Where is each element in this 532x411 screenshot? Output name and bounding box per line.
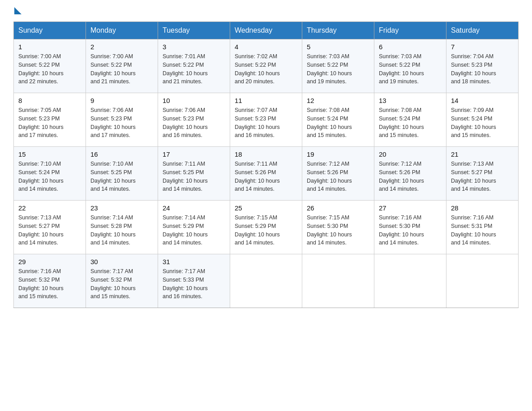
day-info: Sunrise: 7:06 AMSunset: 5:23 PMDaylight:… — [163, 107, 208, 138]
day-number: 5 — [307, 43, 369, 51]
day-number: 9 — [90, 97, 153, 104]
day-info: Sunrise: 7:16 AMSunset: 5:32 PMDaylight:… — [18, 268, 64, 300]
day-number: 29 — [18, 258, 81, 265]
day-number: 25 — [235, 204, 297, 212]
day-info: Sunrise: 7:00 AMSunset: 5:22 PMDaylight:… — [90, 53, 136, 85]
day-info: Sunrise: 7:11 AMSunset: 5:25 PMDaylight:… — [163, 161, 208, 192]
calendar-cell: 15 Sunrise: 7:10 AMSunset: 5:24 PMDaylig… — [14, 147, 86, 201]
logo — [13, 9, 21, 13]
day-number: 3 — [163, 43, 225, 51]
calendar-table: SundayMondayTuesdayWednesdayThursdayFrid… — [13, 21, 519, 308]
day-number: 10 — [163, 97, 225, 104]
day-number: 13 — [379, 97, 442, 104]
calendar-cell: 21 Sunrise: 7:13 AMSunset: 5:27 PMDaylig… — [446, 147, 519, 201]
day-info: Sunrise: 7:17 AMSunset: 5:33 PMDaylight:… — [163, 268, 208, 300]
day-number: 30 — [90, 258, 153, 265]
calendar-cell: 9 Sunrise: 7:06 AMSunset: 5:23 PMDayligh… — [86, 93, 158, 147]
calendar-cell: 27 Sunrise: 7:16 AMSunset: 5:30 PMDaylig… — [374, 201, 446, 254]
day-number: 12 — [307, 97, 369, 104]
day-number: 24 — [163, 204, 225, 212]
day-info: Sunrise: 7:08 AMSunset: 5:24 PMDaylight:… — [307, 107, 352, 138]
day-number: 28 — [451, 204, 514, 212]
day-info: Sunrise: 7:00 AMSunset: 5:22 PMDaylight:… — [18, 53, 64, 85]
calendar-cell: 20 Sunrise: 7:12 AMSunset: 5:26 PMDaylig… — [374, 147, 446, 201]
calendar-week-row: 22 Sunrise: 7:13 AMSunset: 5:27 PMDaylig… — [14, 201, 519, 254]
calendar-cell: 23 Sunrise: 7:14 AMSunset: 5:28 PMDaylig… — [86, 201, 158, 254]
day-number: 6 — [379, 43, 442, 51]
day-number: 23 — [90, 204, 153, 212]
calendar-cell: 12 Sunrise: 7:08 AMSunset: 5:24 PMDaylig… — [302, 93, 374, 147]
calendar-header-friday: Friday — [374, 22, 446, 39]
day-number: 4 — [235, 43, 297, 51]
calendar-cell: 4 Sunrise: 7:02 AMSunset: 5:22 PMDayligh… — [230, 39, 302, 93]
calendar-cell: 6 Sunrise: 7:03 AMSunset: 5:22 PMDayligh… — [374, 39, 446, 93]
calendar-cell — [230, 254, 302, 308]
day-info: Sunrise: 7:15 AMSunset: 5:30 PMDaylight:… — [307, 214, 352, 246]
day-info: Sunrise: 7:14 AMSunset: 5:29 PMDaylight:… — [163, 214, 208, 246]
day-number: 20 — [379, 150, 442, 158]
day-number: 22 — [18, 204, 81, 212]
day-info: Sunrise: 7:16 AMSunset: 5:30 PMDaylight:… — [379, 214, 424, 246]
day-info: Sunrise: 7:03 AMSunset: 5:22 PMDaylight:… — [379, 53, 424, 85]
calendar-header-saturday: Saturday — [446, 22, 519, 39]
day-info: Sunrise: 7:03 AMSunset: 5:22 PMDaylight:… — [307, 53, 352, 85]
logo-triangle-icon — [14, 7, 21, 14]
day-number: 17 — [163, 150, 225, 158]
calendar-header-sunday: Sunday — [14, 22, 86, 39]
calendar-cell: 5 Sunrise: 7:03 AMSunset: 5:22 PMDayligh… — [302, 39, 374, 93]
calendar-cell: 24 Sunrise: 7:14 AMSunset: 5:29 PMDaylig… — [158, 201, 230, 254]
calendar-cell — [302, 254, 374, 308]
day-info: Sunrise: 7:04 AMSunset: 5:23 PMDaylight:… — [451, 53, 496, 85]
calendar-cell: 30 Sunrise: 7:17 AMSunset: 5:32 PMDaylig… — [86, 254, 158, 308]
header — [13, 9, 519, 13]
day-info: Sunrise: 7:08 AMSunset: 5:24 PMDaylight:… — [379, 107, 424, 138]
calendar-cell: 1 Sunrise: 7:00 AMSunset: 5:22 PMDayligh… — [14, 39, 86, 93]
calendar-cell: 8 Sunrise: 7:05 AMSunset: 5:23 PMDayligh… — [14, 93, 86, 147]
day-number: 2 — [90, 43, 153, 51]
day-info: Sunrise: 7:16 AMSunset: 5:31 PMDaylight:… — [451, 214, 496, 246]
day-info: Sunrise: 7:12 AMSunset: 5:26 PMDaylight:… — [307, 161, 352, 192]
day-number: 8 — [18, 97, 81, 104]
day-info: Sunrise: 7:05 AMSunset: 5:23 PMDaylight:… — [18, 107, 64, 138]
calendar-cell: 22 Sunrise: 7:13 AMSunset: 5:27 PMDaylig… — [14, 201, 86, 254]
calendar-cell: 18 Sunrise: 7:11 AMSunset: 5:26 PMDaylig… — [230, 147, 302, 201]
day-info: Sunrise: 7:01 AMSunset: 5:22 PMDaylight:… — [163, 53, 208, 85]
calendar-cell: 11 Sunrise: 7:07 AMSunset: 5:23 PMDaylig… — [230, 93, 302, 147]
calendar-header-tuesday: Tuesday — [158, 22, 230, 39]
calendar-cell: 31 Sunrise: 7:17 AMSunset: 5:33 PMDaylig… — [158, 254, 230, 308]
day-number: 27 — [379, 204, 442, 212]
calendar-cell: 17 Sunrise: 7:11 AMSunset: 5:25 PMDaylig… — [158, 147, 230, 201]
calendar-cell: 25 Sunrise: 7:15 AMSunset: 5:29 PMDaylig… — [230, 201, 302, 254]
day-number: 16 — [90, 150, 153, 158]
day-info: Sunrise: 7:17 AMSunset: 5:32 PMDaylight:… — [90, 268, 136, 300]
calendar-cell: 26 Sunrise: 7:15 AMSunset: 5:30 PMDaylig… — [302, 201, 374, 254]
calendar-header-wednesday: Wednesday — [230, 22, 302, 39]
calendar-week-row: 29 Sunrise: 7:16 AMSunset: 5:32 PMDaylig… — [14, 254, 519, 308]
calendar-cell: 10 Sunrise: 7:06 AMSunset: 5:23 PMDaylig… — [158, 93, 230, 147]
day-info: Sunrise: 7:02 AMSunset: 5:22 PMDaylight:… — [235, 53, 280, 85]
day-info: Sunrise: 7:10 AMSunset: 5:24 PMDaylight:… — [18, 161, 64, 192]
day-number: 15 — [18, 150, 81, 158]
day-info: Sunrise: 7:13 AMSunset: 5:27 PMDaylight:… — [18, 214, 64, 246]
calendar-week-row: 15 Sunrise: 7:10 AMSunset: 5:24 PMDaylig… — [14, 147, 519, 201]
day-number: 19 — [307, 150, 369, 158]
day-info: Sunrise: 7:13 AMSunset: 5:27 PMDaylight:… — [451, 161, 496, 192]
day-number: 11 — [235, 97, 297, 104]
day-number: 21 — [451, 150, 514, 158]
day-info: Sunrise: 7:15 AMSunset: 5:29 PMDaylight:… — [235, 214, 280, 246]
calendar-week-row: 8 Sunrise: 7:05 AMSunset: 5:23 PMDayligh… — [14, 93, 519, 147]
day-info: Sunrise: 7:07 AMSunset: 5:23 PMDaylight:… — [235, 107, 280, 138]
calendar-week-row: 1 Sunrise: 7:00 AMSunset: 5:22 PMDayligh… — [14, 39, 519, 93]
calendar-cell: 19 Sunrise: 7:12 AMSunset: 5:26 PMDaylig… — [302, 147, 374, 201]
day-info: Sunrise: 7:06 AMSunset: 5:23 PMDaylight:… — [90, 107, 136, 138]
calendar-cell: 29 Sunrise: 7:16 AMSunset: 5:32 PMDaylig… — [14, 254, 86, 308]
calendar-header-thursday: Thursday — [302, 22, 374, 39]
day-info: Sunrise: 7:09 AMSunset: 5:24 PMDaylight:… — [451, 107, 496, 138]
calendar-header-row: SundayMondayTuesdayWednesdayThursdayFrid… — [14, 22, 519, 39]
day-info: Sunrise: 7:11 AMSunset: 5:26 PMDaylight:… — [235, 161, 280, 192]
day-info: Sunrise: 7:10 AMSunset: 5:25 PMDaylight:… — [90, 161, 136, 192]
calendar-cell — [374, 254, 446, 308]
calendar-cell: 28 Sunrise: 7:16 AMSunset: 5:31 PMDaylig… — [446, 201, 519, 254]
day-number: 14 — [451, 97, 514, 104]
day-number: 18 — [235, 150, 297, 158]
